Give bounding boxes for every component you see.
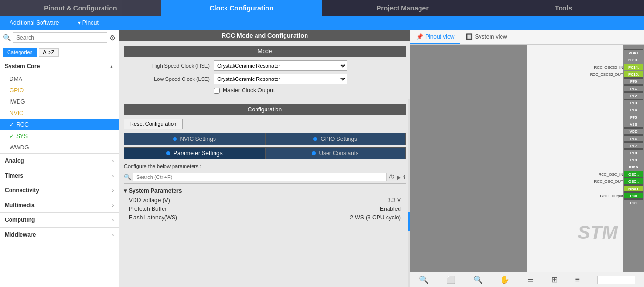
section-multimedia-header[interactable]: Multimedia › <box>0 198 119 212</box>
section-computing-header[interactable]: Computing › <box>0 213 119 227</box>
tab-nvic-label: NVIC Settings <box>180 136 216 142</box>
pin-pf10-box[interactable]: PF10 <box>624 164 643 170</box>
tab-gpio-label: GPIO Settings <box>320 136 357 142</box>
search-input[interactable] <box>13 32 107 43</box>
fit-icon[interactable]: ⬜ <box>446 275 456 284</box>
configure-label: Configure the below parameters : <box>124 161 406 171</box>
sidebar-item-nvic[interactable]: NVIC <box>0 108 119 119</box>
pin-pf9-box[interactable]: PF9 <box>624 157 643 163</box>
next-icon[interactable]: ▶ <box>397 174 401 181</box>
section-connectivity-header[interactable]: Connectivity › <box>0 183 119 198</box>
section-multimedia-label: Multimedia <box>5 202 35 208</box>
system-params: ▾ System Parameters VDD voltage (V) 3.3 … <box>124 186 406 224</box>
check-icon-sys: ✓ <box>10 133 14 139</box>
tab-system-view[interactable]: 🔲 System view <box>460 30 512 44</box>
zoom-in-icon[interactable]: 🔍 <box>419 275 429 284</box>
pin-pf5-box[interactable]: PF5 <box>624 114 643 120</box>
pin-pc15-label: RCC_OSC32_OUT <box>590 72 623 77</box>
sidebar: 🔍 ⚙ Categories A->Z System Core ▲ DMA GP… <box>0 30 119 287</box>
section-analog: Analog › <box>0 154 119 168</box>
list-icon[interactable]: ≡ <box>575 276 580 284</box>
sidebar-item-gpio[interactable]: GPIO <box>0 85 119 96</box>
hand-icon[interactable]: ☰ <box>527 275 534 284</box>
tab-parameter-settings[interactable]: Parameter Settings <box>124 147 265 159</box>
tab-categories[interactable]: Categories <box>3 48 37 57</box>
pan-icon[interactable]: ✋ <box>500 275 510 284</box>
pin-vdd-box[interactable]: VDD <box>624 128 643 135</box>
sidebar-item-rcc[interactable]: ✓ RCC <box>0 119 119 130</box>
pin-pf6-box[interactable]: PF6 <box>624 135 643 142</box>
tab-gpio-settings[interactable]: GPIO Settings <box>265 133 406 145</box>
pin-osc-in-box[interactable]: OSC.. <box>624 171 643 178</box>
section-system-core-header[interactable]: System Core ▲ <box>0 59 119 73</box>
pin-pf7: PF7 <box>590 142 643 149</box>
subnav-pinout[interactable]: ▾ Pinout <box>68 20 108 26</box>
expand-arrow-computing-icon: › <box>112 218 114 223</box>
pin-vss-box[interactable]: VSS <box>624 121 643 128</box>
search-icon: 🔍 <box>3 34 11 41</box>
nav-project[interactable]: Project Manager <box>322 0 483 16</box>
tab-pinout-view[interactable]: 📌 Pinout view <box>410 30 460 44</box>
pin-pc13-box[interactable]: PC13.. <box>624 57 643 63</box>
nav-clock[interactable]: Clock Configuration <box>161 0 322 16</box>
param-flash-name: Flash Latency(WS) <box>129 214 350 221</box>
pin-pf3-box[interactable]: PF3 <box>624 99 643 106</box>
zoom-out-icon[interactable]: 🔍 <box>473 275 483 284</box>
tab-az[interactable]: A->Z <box>39 48 59 57</box>
lse-select[interactable]: Crystal/Ceramic Resonator Disable BYPASS… <box>214 74 347 84</box>
sidebar-item-dma[interactable]: DMA <box>0 73 119 85</box>
pin-pf7-box[interactable]: PF7 <box>624 142 643 149</box>
pin-pc15-box[interactable]: PC15. <box>624 71 643 78</box>
history-icon[interactable]: ⏱ <box>388 174 395 181</box>
right-bottom-toolbar: 🔍 ⬜ 🔍 ✋ ☰ ⊞ ≡ <box>410 272 644 287</box>
tab-dot-user <box>312 151 316 155</box>
pin-pf2: PF2 <box>590 92 643 99</box>
pin-pf10: PF10 <box>590 164 643 170</box>
grid-icon[interactable]: ⊞ <box>552 275 558 284</box>
section-timers-header[interactable]: Timers › <box>0 168 119 183</box>
collapse-arrow-icon: ▲ <box>109 64 114 69</box>
pin-pf0-box[interactable]: PF0 <box>624 78 643 85</box>
nav-tools[interactable]: Tools <box>483 0 644 16</box>
gear-icon[interactable]: ⚙ <box>109 33 116 42</box>
pin-pf8-box[interactable]: PF8 <box>624 149 643 156</box>
section-middleware-header[interactable]: Middleware › <box>0 228 119 242</box>
pin-pc14-label: RCC_OSC32_IN <box>594 65 623 69</box>
pin-pc1-box[interactable]: PC1 <box>624 199 643 206</box>
nav-pinout[interactable]: Pinout & Configuration <box>0 0 161 16</box>
pin-pf9: PF9 <box>590 157 643 163</box>
pin-vbat-box[interactable]: VBAT <box>624 49 643 56</box>
stm-watermark: STM <box>578 222 618 243</box>
collapse-params-icon[interactable]: ▾ <box>124 188 127 194</box>
expand-arrow-middleware-icon: › <box>112 232 114 238</box>
pin-vbat: VBAT <box>590 49 643 56</box>
system-view-icon: 🔲 <box>466 33 473 40</box>
master-clock-checkbox[interactable] <box>214 88 220 94</box>
sidebar-item-iwdg[interactable]: IWDG <box>0 96 119 108</box>
pin-nrst-box[interactable]: NRST <box>624 185 643 192</box>
subnav-additional-software[interactable]: Additional Software <box>0 20 68 26</box>
sidebar-item-sys[interactable]: ✓ SYS <box>0 130 119 142</box>
params-search-icon: 🔍 <box>124 174 131 180</box>
tab-user-constants[interactable]: User Constants <box>265 147 406 159</box>
params-search-input[interactable] <box>133 173 387 181</box>
pin-pf2-box[interactable]: PF2 <box>624 92 643 99</box>
pin-pf6: PF6 <box>590 135 643 142</box>
pin-pf0: PF0 <box>590 78 643 85</box>
pin-pc14-box[interactable]: PC14. <box>624 64 643 70</box>
reset-configuration-button[interactable]: Reset Configuration <box>124 119 183 129</box>
config-tabs-2: Parameter Settings User Constants <box>124 147 406 159</box>
pin-pf1-box[interactable]: PF1 <box>624 85 643 92</box>
param-row-prefetch: Prefetch Buffer Enabled <box>124 205 406 213</box>
hse-select[interactable]: Crystal/Ceramic Resonator Disable BYPASS… <box>214 60 347 71</box>
tab-user-label: User Constants <box>319 150 358 157</box>
tab-nvic-settings[interactable]: NVIC Settings <box>124 133 265 145</box>
pin-pc0-box[interactable]: PC0 <box>624 192 643 199</box>
sidebar-item-wwdg[interactable]: WWDG <box>0 142 119 153</box>
pin-osc-out-box[interactable]: OSC.. <box>624 178 643 185</box>
pin-pf4-box[interactable]: PF4 <box>624 107 643 113</box>
section-analog-header[interactable]: Analog › <box>0 154 119 168</box>
hse-row: High Speed Clock (HSE) Crystal/Ceramic R… <box>124 60 406 71</box>
pin-diagram: STM VBAT PC13.. RCC_OSC32_IN PC14. <box>410 45 644 272</box>
right-search-input[interactable] <box>597 276 635 284</box>
